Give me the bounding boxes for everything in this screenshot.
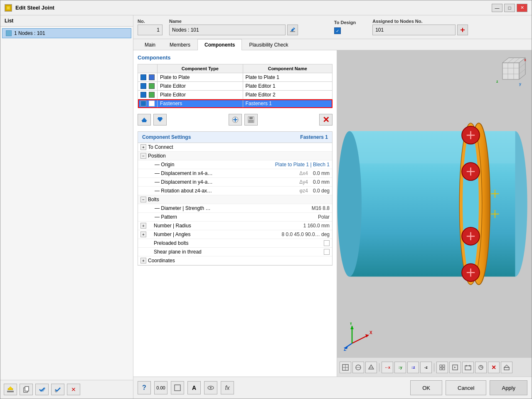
- vp-btn-2[interactable]: [352, 362, 364, 373]
- viewport[interactable]: y x z X: [337, 50, 532, 377]
- delete-component-button[interactable]: ✕: [319, 114, 332, 126]
- tabs: Main Members Components Plausibility Che…: [133, 39, 532, 50]
- add-component-button[interactable]: [229, 114, 242, 126]
- table-row[interactable]: Fasteners Fasteners 1: [138, 99, 332, 108]
- bottom-icons: ? 0.00 A fx: [138, 381, 234, 394]
- disp-y-label: — Displacement in y4-a…: [155, 179, 298, 185]
- number-angles-row[interactable]: + Number | Angles 8 0.0 45.0 90.0… deg: [138, 230, 332, 239]
- coordinates-expander[interactable]: +: [140, 258, 146, 264]
- list-item[interactable]: 1 Nodes : 101: [2, 28, 131, 38]
- comp-actions: ✕: [138, 111, 332, 128]
- svg-text:y: y: [519, 82, 521, 86]
- copy-button[interactable]: [20, 384, 33, 395]
- table-row[interactable]: Plate Editor Plate Editor 2: [138, 91, 332, 99]
- move-down-button[interactable]: [153, 114, 167, 126]
- bolts-label: Bolts: [148, 197, 330, 202]
- list-item-label: 1 Nodes : 101: [14, 30, 45, 36]
- no-input[interactable]: [138, 25, 163, 35]
- svg-rect-28: [350, 131, 515, 163]
- delete-button[interactable]: ✕: [67, 384, 80, 395]
- vp-btn-y-axis[interactable]: ↕y: [394, 362, 406, 373]
- vp-btn-1[interactable]: [340, 362, 351, 373]
- vp-btn-red[interactable]: ✕: [488, 362, 500, 373]
- maximize-button[interactable]: □: [504, 4, 515, 12]
- row3-type: Plate Editor: [158, 91, 243, 99]
- cancel-button[interactable]: Cancel: [446, 380, 486, 395]
- tab-components[interactable]: Components: [197, 39, 242, 50]
- svg-rect-10: [290, 31, 295, 32]
- verify-button[interactable]: [35, 384, 49, 395]
- bolts-expander[interactable]: −: [140, 197, 146, 202]
- table-row[interactable]: Plate Editor Plate Editor 1: [138, 82, 332, 91]
- text-button[interactable]: A: [187, 381, 201, 394]
- origin-value: Plate to Plate 1 | Blech 1: [275, 162, 330, 167]
- display-button[interactable]: [171, 381, 184, 394]
- add-button[interactable]: [4, 384, 17, 395]
- to-design-group: To Design ✓: [334, 20, 356, 34]
- svg-rect-5: [7, 391, 14, 392]
- tab-members[interactable]: Members: [163, 39, 197, 50]
- shear-plane-checkbox[interactable]: [324, 249, 330, 255]
- tab-main[interactable]: Main: [138, 39, 163, 50]
- renumber-button[interactable]: [51, 384, 64, 395]
- row1-checkbox[interactable]: [140, 74, 146, 80]
- number-angles-expander[interactable]: +: [140, 232, 146, 237]
- bolts-row[interactable]: − Bolts: [138, 195, 332, 204]
- disp-y-value: 0.0 mm: [313, 179, 330, 185]
- preloaded-row: Preloaded bolts: [138, 239, 332, 248]
- to-connect-expander[interactable]: +: [140, 144, 146, 150]
- right-panel: No. Name To Design ✓: [133, 15, 532, 399]
- assigned-input[interactable]: [372, 25, 456, 35]
- preloaded-checkbox[interactable]: [324, 240, 330, 246]
- apply-button[interactable]: Apply: [490, 380, 527, 395]
- name-input[interactable]: [169, 25, 286, 35]
- content-area: Components Component Type Component Name: [133, 50, 532, 377]
- save-component-button[interactable]: [244, 114, 258, 126]
- close-button[interactable]: ✕: [517, 4, 527, 12]
- table-row[interactable]: Plate to Plate Plate to Plate 1: [138, 73, 332, 82]
- vp-btn-4[interactable]: -z: [420, 362, 432, 373]
- view-button[interactable]: [204, 381, 217, 394]
- minimize-button[interactable]: —: [492, 4, 502, 12]
- rotation-row: — Rotation about z4-ax… φz4 0.0 deg: [138, 187, 332, 195]
- coordinates-row[interactable]: + Coordinates: [138, 256, 332, 265]
- row3-checkbox[interactable]: [140, 92, 146, 98]
- number-radius-expander[interactable]: +: [140, 223, 146, 229]
- vp-btn-3[interactable]: [365, 362, 377, 373]
- tab-plausibility[interactable]: Plausibility Check: [242, 39, 295, 50]
- name-edit-button[interactable]: [287, 25, 298, 35]
- vp-btn-x-axis[interactable]: ↔x: [382, 362, 393, 373]
- number-radius-row[interactable]: + Number | Radius 1 160.0 mm: [138, 222, 332, 230]
- diameter-row: — Diameter | Strength … M16 8.8: [138, 204, 332, 213]
- position-expander[interactable]: −: [140, 153, 146, 159]
- vp-btn-8[interactable]: [475, 362, 487, 373]
- left-panel-footer: ✕: [0, 380, 133, 399]
- move-up-button[interactable]: [138, 114, 151, 126]
- cube-navigator[interactable]: y x z: [494, 54, 527, 88]
- svg-rect-16: [142, 121, 146, 122]
- position-row[interactable]: − Position: [138, 152, 332, 160]
- vp-btn-6[interactable]: [449, 362, 461, 373]
- row2-color: [149, 83, 155, 89]
- svg-rect-24: [249, 120, 253, 122]
- formula-button[interactable]: fx: [221, 381, 234, 394]
- window-controls: — □ ✕: [492, 4, 527, 12]
- vp-btn-5[interactable]: [436, 362, 448, 373]
- decimal-button[interactable]: 0.00: [154, 381, 167, 394]
- to-connect-row[interactable]: + To Connect: [138, 143, 332, 152]
- config-panel: Components Component Type Component Name: [133, 50, 337, 377]
- to-design-label: To Design: [334, 20, 356, 25]
- row2-checkbox[interactable]: [140, 83, 146, 89]
- svg-point-32: [463, 133, 479, 274]
- vp-btn-7[interactable]: [462, 362, 474, 373]
- vp-btn-9[interactable]: [501, 362, 512, 373]
- assigned-action-button[interactable]: [457, 25, 468, 35]
- help-button[interactable]: ?: [138, 381, 151, 394]
- main-window: Edit Steel Joint — □ ✕ List 1 Nodes : 10…: [0, 0, 532, 399]
- to-design-checkbox[interactable]: ✓: [334, 27, 341, 34]
- row4-checkbox[interactable]: [140, 101, 146, 106]
- vp-btn-z-axis[interactable]: ↕z: [407, 362, 419, 373]
- svg-rect-18: [158, 117, 162, 118]
- list-item-color: [6, 30, 12, 36]
- ok-button[interactable]: OK: [410, 380, 442, 395]
